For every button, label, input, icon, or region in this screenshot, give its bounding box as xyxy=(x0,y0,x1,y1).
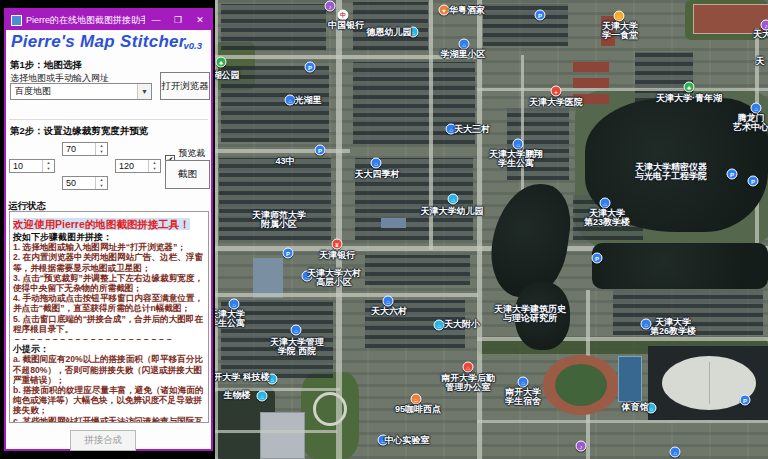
residence-icon[interactable]: ⌂ xyxy=(459,39,470,50)
blue-roof-building xyxy=(253,258,283,298)
entertainment-icon[interactable]: ♪ xyxy=(761,20,768,31)
spinner-arrows[interactable]: ▲▼ xyxy=(42,160,54,172)
map-poi-label[interactable]: 天津银行 xyxy=(319,251,355,260)
stitch-button: 拼接合成 xyxy=(70,430,136,451)
crop-left-spinner[interactable]: 10 ▲▼ xyxy=(9,159,55,173)
building-block xyxy=(365,255,470,285)
map-poi-label[interactable]: 湖公园 xyxy=(215,71,240,80)
school-icon[interactable]: ⌂ xyxy=(448,194,459,205)
map-poi-label[interactable]: 南开大学后勤管理办公室 xyxy=(441,374,495,391)
map-poi-label[interactable]: 天津大学学一食堂 xyxy=(602,22,638,39)
heart-icon[interactable]: ♥ xyxy=(439,5,450,16)
residence-icon[interactable]: ⌂ xyxy=(518,377,529,388)
map-poi-label[interactable]: 天津师范大学附属小区 xyxy=(252,211,306,228)
map-poi-label[interactable]: 天津大学医院 xyxy=(529,98,583,107)
building-block xyxy=(483,4,568,46)
parking-icon[interactable]: P xyxy=(592,253,603,264)
residence-icon[interactable]: ⌂ xyxy=(291,325,302,336)
residence-icon[interactable]: ⌂ xyxy=(751,103,762,114)
food-icon[interactable]: ♨ xyxy=(614,11,625,22)
residence-icon[interactable]: ⌂ xyxy=(229,299,240,310)
map-poi-label[interactable]: 天大附小 xyxy=(444,320,480,329)
residence-icon[interactable]: ⌂ xyxy=(513,139,524,150)
map-poi-label[interactable]: 天津大学第23教学楼 xyxy=(584,209,630,226)
spin-down-icon[interactable]: ▼ xyxy=(96,183,107,189)
parking-icon[interactable]: P xyxy=(283,248,294,259)
crop-right-spinner[interactable]: 120 ▲▼ xyxy=(115,159,161,173)
status-line: 4. 手动拖动或点击按钮平移窗口内容至满意位置，并点击“截图”，直至获得所需的总… xyxy=(13,293,205,313)
parking-icon[interactable]: P xyxy=(315,145,326,156)
status-textarea[interactable]: 欢迎使用Pierre的地图截图拼接工具！按如下步骤截图并拼接：1. 选择地图或输… xyxy=(9,211,209,423)
minimize-button[interactable]: — xyxy=(145,10,167,30)
map-poi-label[interactable]: 天津大学幼儿园 xyxy=(421,207,484,216)
map-poi-label[interactable]: 天津大学·青年湖 xyxy=(656,94,722,103)
spin-down-icon[interactable]: ▼ xyxy=(96,149,107,155)
map-poi-label[interactable]: 天大 xyxy=(753,30,768,39)
school-icon[interactable]: ⌂ xyxy=(434,320,445,331)
map-poi-label[interactable]: 天津大学管理学院 西院 xyxy=(270,338,324,355)
bank-icon[interactable]: ¥ xyxy=(332,239,343,250)
cafe-icon[interactable]: ☕ xyxy=(411,394,422,405)
map-poi-label[interactable]: 天津大学鹏翔学生公寓 xyxy=(489,150,543,167)
status-line: －－－－－－－－－－－－－－－－－－－－－ xyxy=(13,334,205,344)
map-poi-label[interactable]: 天津大学六村高层小区 xyxy=(307,269,361,286)
map-poi-label[interactable]: 天大四季村 xyxy=(355,170,400,179)
close-button[interactable]: ✕ xyxy=(189,10,211,30)
parking-icon[interactable]: P xyxy=(748,176,759,187)
map-poi-label[interactable]: 95咖啡西点 xyxy=(395,405,441,414)
residence-icon[interactable]: ⌂ xyxy=(670,447,681,458)
spinner-arrows[interactable]: ▲▼ xyxy=(148,160,160,172)
parking-icon[interactable]: P xyxy=(740,395,751,406)
map-poi-label[interactable]: 天大三村 xyxy=(454,125,490,134)
parking-icon[interactable]: P xyxy=(305,62,316,73)
map-poi-label[interactable]: 生物楼 xyxy=(224,391,251,400)
maximize-button[interactable]: ❐ xyxy=(167,10,189,30)
map-poi-label[interactable]: 华粤酒家 xyxy=(449,6,485,15)
park-icon[interactable]: ♣ xyxy=(684,82,695,93)
residence-icon[interactable]: ⌂ xyxy=(383,296,394,307)
satellite-map[interactable]: 中中国银行⌂德恩幼儿园♥华粤酒家⌂学湖里小区♣湖公园⌂光湖里⌂天大三村⌂天大四季… xyxy=(215,0,768,459)
map-poi-label[interactable]: 南开大学学生宿舍 xyxy=(505,388,541,405)
spinner-arrows[interactable]: ▲▼ xyxy=(95,177,107,189)
map-poi-label[interactable]: 天 xyxy=(756,57,765,66)
map-poi-label[interactable]: 光湖里 xyxy=(295,96,322,105)
status-line: a. 截图间应有20%以上的搭接面积（即平移百分比不超80%），否则可能拼接失败… xyxy=(13,354,205,385)
parking-icon[interactable]: P xyxy=(535,10,546,21)
map-poi-label[interactable]: 学湖里小区 xyxy=(441,50,486,59)
capture-button[interactable]: 截图 xyxy=(165,160,210,189)
crop-top-spinner[interactable]: 70 ▲▼ xyxy=(62,142,108,156)
residence-icon[interactable]: ⌂ xyxy=(371,158,382,169)
status-line: 小提示： xyxy=(13,344,205,354)
residence-icon[interactable]: ⌂ xyxy=(600,198,611,209)
map-poi-label[interactable]: 43中 xyxy=(275,157,294,166)
spinner-arrows[interactable]: ▲▼ xyxy=(95,143,107,155)
map-poi-label[interactable]: 天津大学精密仪器与光电子工程学院 xyxy=(635,163,707,180)
map-poi-label[interactable]: 德恩幼儿园 xyxy=(367,28,412,37)
title-bar[interactable]: Pierre的在线地图截图拼接助手 — ❐ ✕ xyxy=(6,10,211,30)
school-icon[interactable]: ⌂ xyxy=(257,391,268,402)
map-poi-label[interactable]: 腾龙门艺术中心 xyxy=(733,114,768,131)
map-poi-label[interactable]: 天津大学第26教学楼 xyxy=(650,318,696,335)
office-icon[interactable]: ⌂ xyxy=(463,362,474,373)
map-poi-label[interactable]: 中国银行 xyxy=(328,21,364,30)
boc-icon[interactable]: 中 xyxy=(338,10,349,21)
entertainment-icon[interactable]: ♪ xyxy=(576,441,587,452)
entertainment-icon[interactable]: ♪ xyxy=(325,1,336,12)
crop-top-value: 70 xyxy=(63,143,95,155)
crop-bottom-spinner[interactable]: 50 ▲▼ xyxy=(62,176,108,190)
park-icon[interactable]: ♣ xyxy=(216,57,227,68)
map-poi-label[interactable]: 天津大学建筑历史与理论研究所 xyxy=(494,305,566,322)
spin-down-icon[interactable]: ▼ xyxy=(149,166,160,172)
map-poi-label[interactable]: 天津大学学生公寓 xyxy=(215,310,245,327)
parking-icon[interactable]: P xyxy=(727,169,738,180)
map-poi-label[interactable]: 体育馆 xyxy=(622,403,649,412)
hospital-icon[interactable]: + xyxy=(551,86,562,97)
map-source-select[interactable]: 百度地图 ▼ xyxy=(10,83,152,100)
spin-down-icon[interactable]: ▼ xyxy=(43,166,54,172)
chevron-down-icon[interactable]: ▼ xyxy=(137,84,151,99)
map-poi-label[interactable]: 南开大学 科技楼 xyxy=(215,373,270,382)
map-poi-label[interactable]: 天大六村 xyxy=(371,307,407,316)
map-poi-label[interactable]: 中心实验室 xyxy=(385,436,430,445)
step2-label: 第2步：设置边缘裁剪宽度并预览 xyxy=(10,125,148,138)
open-browser-button[interactable]: 打开浏览器 xyxy=(160,72,210,100)
